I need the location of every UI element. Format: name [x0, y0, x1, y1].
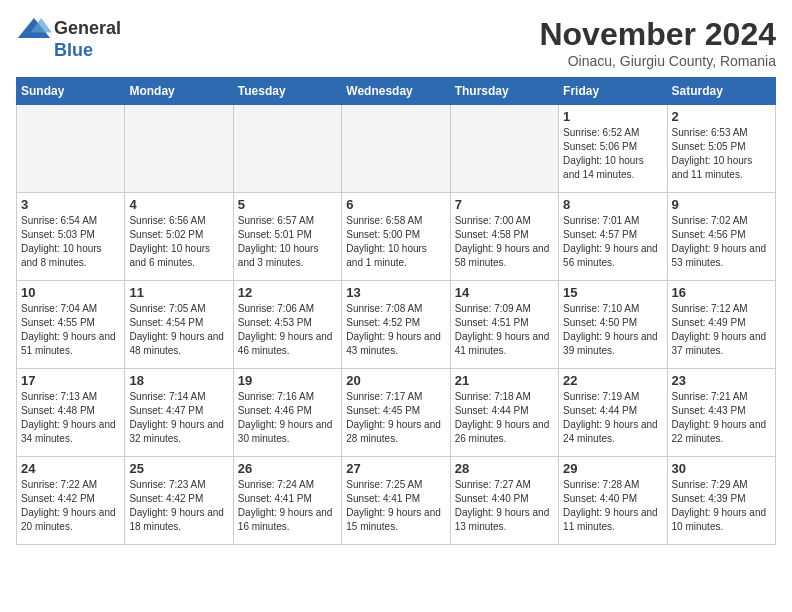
day-cell: [17, 105, 125, 193]
day-cell: 26Sunrise: 7:24 AM Sunset: 4:41 PM Dayli…: [233, 457, 341, 545]
day-number: 22: [563, 373, 662, 388]
day-info: Sunrise: 7:27 AM Sunset: 4:40 PM Dayligh…: [455, 478, 554, 534]
day-cell: 1Sunrise: 6:52 AM Sunset: 5:06 PM Daylig…: [559, 105, 667, 193]
day-number: 6: [346, 197, 445, 212]
day-cell: 17Sunrise: 7:13 AM Sunset: 4:48 PM Dayli…: [17, 369, 125, 457]
day-info: Sunrise: 7:01 AM Sunset: 4:57 PM Dayligh…: [563, 214, 662, 270]
day-number: 17: [21, 373, 120, 388]
day-cell: [125, 105, 233, 193]
day-cell: 30Sunrise: 7:29 AM Sunset: 4:39 PM Dayli…: [667, 457, 775, 545]
day-info: Sunrise: 7:13 AM Sunset: 4:48 PM Dayligh…: [21, 390, 120, 446]
week-row-3: 10Sunrise: 7:04 AM Sunset: 4:55 PM Dayli…: [17, 281, 776, 369]
day-cell: 14Sunrise: 7:09 AM Sunset: 4:51 PM Dayli…: [450, 281, 558, 369]
day-number: 7: [455, 197, 554, 212]
day-number: 19: [238, 373, 337, 388]
weekday-header-sunday: Sunday: [17, 78, 125, 105]
day-info: Sunrise: 7:19 AM Sunset: 4:44 PM Dayligh…: [563, 390, 662, 446]
day-info: Sunrise: 7:12 AM Sunset: 4:49 PM Dayligh…: [672, 302, 771, 358]
day-cell: 24Sunrise: 7:22 AM Sunset: 4:42 PM Dayli…: [17, 457, 125, 545]
day-number: 30: [672, 461, 771, 476]
day-cell: 3Sunrise: 6:54 AM Sunset: 5:03 PM Daylig…: [17, 193, 125, 281]
day-number: 8: [563, 197, 662, 212]
day-info: Sunrise: 7:04 AM Sunset: 4:55 PM Dayligh…: [21, 302, 120, 358]
day-info: Sunrise: 7:02 AM Sunset: 4:56 PM Dayligh…: [672, 214, 771, 270]
day-cell: 18Sunrise: 7:14 AM Sunset: 4:47 PM Dayli…: [125, 369, 233, 457]
day-info: Sunrise: 7:08 AM Sunset: 4:52 PM Dayligh…: [346, 302, 445, 358]
logo-icon: [16, 16, 52, 40]
day-cell: 29Sunrise: 7:28 AM Sunset: 4:40 PM Dayli…: [559, 457, 667, 545]
day-info: Sunrise: 7:05 AM Sunset: 4:54 PM Dayligh…: [129, 302, 228, 358]
weekday-header-wednesday: Wednesday: [342, 78, 450, 105]
day-cell: 10Sunrise: 7:04 AM Sunset: 4:55 PM Dayli…: [17, 281, 125, 369]
week-row-2: 3Sunrise: 6:54 AM Sunset: 5:03 PM Daylig…: [17, 193, 776, 281]
logo: General Blue: [16, 16, 121, 61]
day-info: Sunrise: 7:18 AM Sunset: 4:44 PM Dayligh…: [455, 390, 554, 446]
day-cell: 5Sunrise: 6:57 AM Sunset: 5:01 PM Daylig…: [233, 193, 341, 281]
day-cell: 20Sunrise: 7:17 AM Sunset: 4:45 PM Dayli…: [342, 369, 450, 457]
day-info: Sunrise: 7:17 AM Sunset: 4:45 PM Dayligh…: [346, 390, 445, 446]
day-info: Sunrise: 6:52 AM Sunset: 5:06 PM Dayligh…: [563, 126, 662, 182]
location: Oinacu, Giurgiu County, Romania: [539, 53, 776, 69]
day-info: Sunrise: 6:58 AM Sunset: 5:00 PM Dayligh…: [346, 214, 445, 270]
weekday-header-thursday: Thursday: [450, 78, 558, 105]
day-number: 20: [346, 373, 445, 388]
day-cell: 2Sunrise: 6:53 AM Sunset: 5:05 PM Daylig…: [667, 105, 775, 193]
day-number: 5: [238, 197, 337, 212]
day-info: Sunrise: 6:54 AM Sunset: 5:03 PM Dayligh…: [21, 214, 120, 270]
day-cell: [233, 105, 341, 193]
day-info: Sunrise: 7:25 AM Sunset: 4:41 PM Dayligh…: [346, 478, 445, 534]
day-info: Sunrise: 7:24 AM Sunset: 4:41 PM Dayligh…: [238, 478, 337, 534]
week-row-5: 24Sunrise: 7:22 AM Sunset: 4:42 PM Dayli…: [17, 457, 776, 545]
day-info: Sunrise: 7:28 AM Sunset: 4:40 PM Dayligh…: [563, 478, 662, 534]
day-cell: 21Sunrise: 7:18 AM Sunset: 4:44 PM Dayli…: [450, 369, 558, 457]
month-title: November 2024: [539, 16, 776, 53]
day-cell: 23Sunrise: 7:21 AM Sunset: 4:43 PM Dayli…: [667, 369, 775, 457]
day-number: 16: [672, 285, 771, 300]
weekday-header-friday: Friday: [559, 78, 667, 105]
day-info: Sunrise: 7:14 AM Sunset: 4:47 PM Dayligh…: [129, 390, 228, 446]
day-number: 15: [563, 285, 662, 300]
day-number: 28: [455, 461, 554, 476]
day-number: 23: [672, 373, 771, 388]
day-info: Sunrise: 6:57 AM Sunset: 5:01 PM Dayligh…: [238, 214, 337, 270]
day-number: 4: [129, 197, 228, 212]
week-row-4: 17Sunrise: 7:13 AM Sunset: 4:48 PM Dayli…: [17, 369, 776, 457]
day-number: 9: [672, 197, 771, 212]
day-number: 14: [455, 285, 554, 300]
day-info: Sunrise: 7:23 AM Sunset: 4:42 PM Dayligh…: [129, 478, 228, 534]
day-info: Sunrise: 7:10 AM Sunset: 4:50 PM Dayligh…: [563, 302, 662, 358]
day-cell: 16Sunrise: 7:12 AM Sunset: 4:49 PM Dayli…: [667, 281, 775, 369]
day-info: Sunrise: 7:21 AM Sunset: 4:43 PM Dayligh…: [672, 390, 771, 446]
day-info: Sunrise: 7:09 AM Sunset: 4:51 PM Dayligh…: [455, 302, 554, 358]
day-number: 24: [21, 461, 120, 476]
day-cell: 22Sunrise: 7:19 AM Sunset: 4:44 PM Dayli…: [559, 369, 667, 457]
day-cell: 4Sunrise: 6:56 AM Sunset: 5:02 PM Daylig…: [125, 193, 233, 281]
day-info: Sunrise: 6:53 AM Sunset: 5:05 PM Dayligh…: [672, 126, 771, 182]
header-row: SundayMondayTuesdayWednesdayThursdayFrid…: [17, 78, 776, 105]
day-number: 21: [455, 373, 554, 388]
day-cell: [450, 105, 558, 193]
day-number: 25: [129, 461, 228, 476]
day-cell: 11Sunrise: 7:05 AM Sunset: 4:54 PM Dayli…: [125, 281, 233, 369]
day-cell: 27Sunrise: 7:25 AM Sunset: 4:41 PM Dayli…: [342, 457, 450, 545]
day-cell: 9Sunrise: 7:02 AM Sunset: 4:56 PM Daylig…: [667, 193, 775, 281]
day-cell: 8Sunrise: 7:01 AM Sunset: 4:57 PM Daylig…: [559, 193, 667, 281]
day-number: 2: [672, 109, 771, 124]
calendar-table: SundayMondayTuesdayWednesdayThursdayFrid…: [16, 77, 776, 545]
day-cell: 13Sunrise: 7:08 AM Sunset: 4:52 PM Dayli…: [342, 281, 450, 369]
day-cell: 12Sunrise: 7:06 AM Sunset: 4:53 PM Dayli…: [233, 281, 341, 369]
title-block: November 2024 Oinacu, Giurgiu County, Ro…: [539, 16, 776, 69]
logo-blue: Blue: [54, 40, 93, 61]
page-header: General Blue November 2024 Oinacu, Giurg…: [16, 16, 776, 69]
day-number: 29: [563, 461, 662, 476]
day-info: Sunrise: 7:29 AM Sunset: 4:39 PM Dayligh…: [672, 478, 771, 534]
weekday-header-monday: Monday: [125, 78, 233, 105]
day-cell: 25Sunrise: 7:23 AM Sunset: 4:42 PM Dayli…: [125, 457, 233, 545]
day-info: Sunrise: 7:22 AM Sunset: 4:42 PM Dayligh…: [21, 478, 120, 534]
day-info: Sunrise: 7:06 AM Sunset: 4:53 PM Dayligh…: [238, 302, 337, 358]
day-number: 18: [129, 373, 228, 388]
day-cell: 28Sunrise: 7:27 AM Sunset: 4:40 PM Dayli…: [450, 457, 558, 545]
day-cell: 19Sunrise: 7:16 AM Sunset: 4:46 PM Dayli…: [233, 369, 341, 457]
day-cell: 15Sunrise: 7:10 AM Sunset: 4:50 PM Dayli…: [559, 281, 667, 369]
day-number: 27: [346, 461, 445, 476]
